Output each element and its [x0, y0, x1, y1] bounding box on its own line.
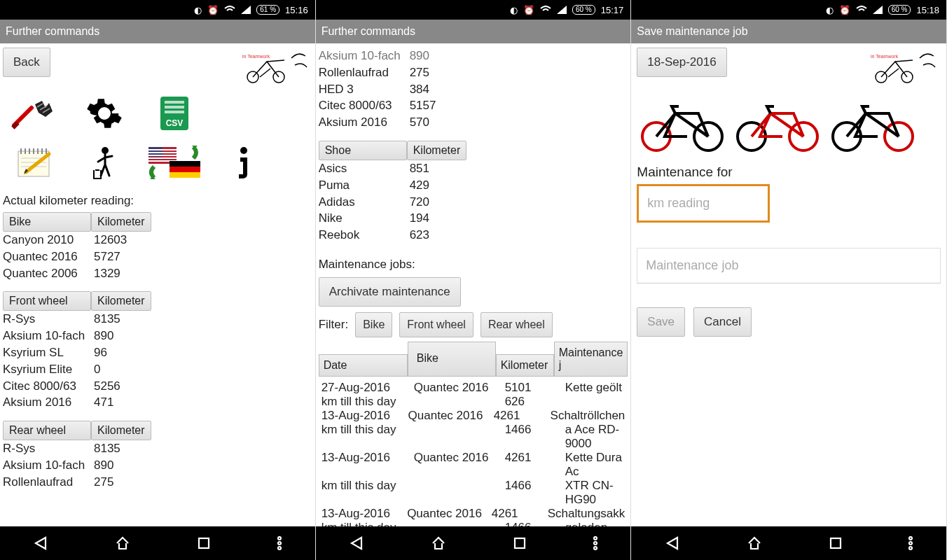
bike-option-3[interactable] — [827, 96, 918, 152]
table-row: Ksyrium SL96 — [3, 344, 312, 361]
table-row: Puma429 — [319, 177, 628, 194]
svg-rect-17 — [170, 167, 200, 172]
nav-back-icon[interactable] — [665, 536, 680, 551]
table-row: km till this day1466XTR CN-HG90 — [319, 479, 628, 507]
android-nav-bar — [0, 526, 315, 560]
screen-header: Save maintenance job — [631, 20, 946, 43]
settings-gear-icon[interactable] — [73, 93, 137, 134]
screen-header: Further commands — [0, 20, 315, 43]
cancel-button[interactable]: Cancel — [693, 307, 752, 337]
svg-point-27 — [594, 547, 597, 550]
table-row: Adidas720 — [319, 194, 628, 211]
nav-recent-icon[interactable] — [829, 536, 843, 550]
nav-recent-icon[interactable] — [513, 536, 527, 550]
logo-scribble: in Teamwork — [228, 48, 312, 86]
signal-icon — [241, 6, 251, 14]
battery-indicator: 61 % — [256, 5, 279, 15]
signal-icon — [873, 6, 883, 14]
table-row: km till this day1466a Ace RD-9000 — [319, 423, 628, 451]
svg-text:in Teamwork: in Teamwork — [242, 54, 270, 59]
svg-rect-6 — [165, 106, 184, 108]
back-button[interactable]: Back — [3, 48, 50, 77]
svg-point-40 — [909, 547, 912, 550]
table-row: km till this day626 — [319, 395, 628, 409]
battery-indicator: 60 % — [572, 5, 595, 15]
table-row: Rollenlaufrad275 — [319, 64, 628, 81]
android-nav-bar — [316, 526, 631, 560]
nav-home-icon[interactable] — [115, 536, 130, 551]
svg-rect-37 — [831, 538, 841, 548]
svg-point-21 — [278, 537, 281, 540]
date-button[interactable]: 18-Sep-2016 — [637, 48, 726, 77]
svg-point-26 — [594, 542, 597, 545]
bike-column-header: Bike — [408, 342, 496, 377]
nav-menu-icon[interactable] — [277, 536, 282, 550]
nav-back-icon[interactable] — [349, 536, 364, 551]
svg-point-39 — [909, 542, 912, 545]
svg-rect-24 — [515, 538, 525, 548]
status-bar: ◐ ⏰ 60 % 15:17 — [316, 0, 631, 20]
language-flags-icon[interactable] — [142, 142, 207, 183]
km-column-header: Kilometer — [91, 291, 151, 311]
screen-header: Further commands — [316, 20, 631, 43]
table-row: Aksium 10-fach890 — [3, 457, 312, 474]
nav-back-icon[interactable] — [33, 536, 48, 551]
maintenance-job-input[interactable]: Maintenance job — [637, 248, 941, 284]
alarm-icon: ⏰ — [523, 5, 534, 15]
nav-home-icon[interactable] — [431, 536, 446, 551]
table-row: 13-Aug-2016Quantec 20164261Schaltungsakk — [319, 507, 628, 521]
maintenance-for-label: Maintenance for — [637, 164, 941, 180]
command-icon-grid: CSV — [3, 93, 276, 183]
status-time: 15:18 — [916, 5, 939, 15]
save-button[interactable]: Save — [637, 307, 685, 337]
jobs-header: Date Bike Kilometer Maintenance j — [319, 342, 628, 377]
date-column-header: Date — [319, 354, 408, 377]
table-row: Aksium 10-fach890 — [3, 328, 312, 344]
svg-point-19 — [240, 147, 247, 154]
table-row: km till this day1466geladen — [319, 521, 628, 526]
table-row: R-Sys8135 — [3, 440, 312, 457]
svg-rect-7 — [165, 111, 184, 113]
table-row: 13-Aug-2016Quantec 20164261Schaltröllche… — [319, 409, 628, 423]
km-reading-input[interactable]: km reading — [637, 184, 770, 223]
table-row: HED 3384 — [319, 81, 628, 98]
rear-wheel-header: Rear wheel — [3, 421, 91, 440]
actual-km-label: Actual kilometer reading: — [3, 194, 312, 208]
svg-text:CSV: CSV — [165, 118, 183, 128]
wifi-icon — [540, 6, 551, 14]
status-time: 15:17 — [601, 5, 624, 15]
table-row: R-Sys8135 — [3, 311, 312, 328]
filter-button[interactable]: Bike — [355, 312, 392, 337]
nav-menu-icon[interactable] — [908, 536, 913, 550]
km-column-header: Kilometer — [91, 421, 151, 440]
filter-button[interactable]: Front wheel — [399, 312, 474, 337]
svg-point-25 — [594, 537, 597, 540]
svg-rect-9 — [18, 151, 49, 176]
filter-button[interactable]: Rear wheel — [481, 312, 553, 337]
km-column-header: Kilometer — [496, 354, 554, 377]
shoe-column-header: Shoe — [319, 141, 407, 160]
svg-point-38 — [909, 537, 912, 540]
table-row: 13-Aug-2016Quantec 20164261Kette Dura Ac — [319, 451, 628, 479]
bike-column-header: Bike — [3, 212, 91, 232]
status-bar: ◐ ⏰ 60 % 15:18 — [631, 0, 946, 20]
nav-menu-icon[interactable] — [593, 536, 597, 550]
csv-export-icon[interactable]: CSV — [142, 93, 207, 134]
nav-home-icon[interactable] — [747, 536, 762, 551]
brightness-icon: ◐ — [510, 5, 518, 15]
tools-icon[interactable] — [3, 93, 67, 134]
info-icon[interactable] — [212, 142, 277, 183]
trash-icon[interactable] — [73, 142, 137, 183]
alarm-icon: ⏰ — [839, 5, 850, 15]
table-row: Rollenlaufrad275 — [3, 474, 312, 491]
table-row: Canyon 201012603 — [3, 232, 312, 248]
km-column-header: Kilometer — [91, 212, 151, 232]
table-row: Quantec 20165727 — [3, 248, 312, 265]
nav-recent-icon[interactable] — [197, 536, 211, 550]
bike-option-1[interactable] — [637, 96, 728, 152]
archivate-button[interactable]: Archivate maintenance — [319, 277, 461, 307]
bike-option-2[interactable] — [732, 96, 823, 152]
svg-rect-18 — [170, 172, 200, 178]
alarm-icon: ⏰ — [207, 5, 219, 15]
notes-icon[interactable] — [3, 142, 67, 183]
